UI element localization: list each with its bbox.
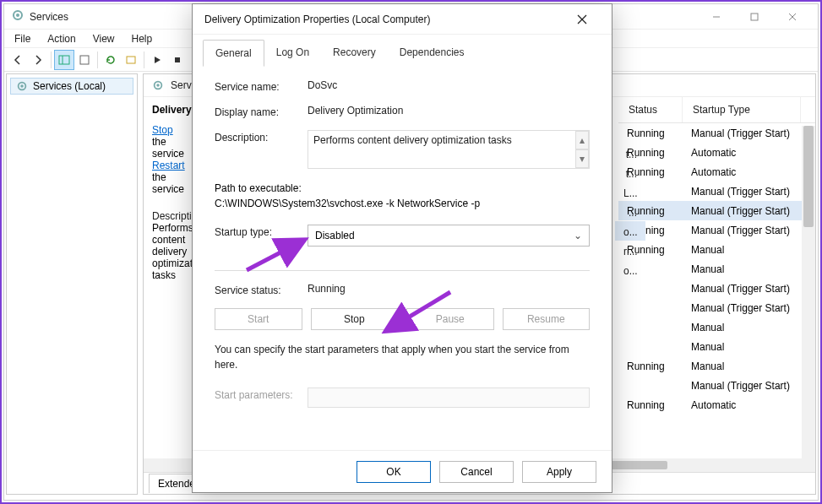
menu-file[interactable]: File xyxy=(8,31,37,46)
properties-pane-button[interactable] xyxy=(54,50,74,70)
value-service-status: Running xyxy=(308,283,590,295)
detail-restart-link[interactable]: Restart xyxy=(152,160,185,171)
label-start-params: Start parameters: xyxy=(215,387,308,401)
cell-name-tail: t... xyxy=(615,163,645,182)
value-display-name: Delivery Optimization xyxy=(308,105,590,117)
close-button[interactable] xyxy=(773,5,811,29)
cell-name-tail: ... xyxy=(615,202,645,221)
services-icon xyxy=(11,8,24,24)
table-row[interactable]: RunningManual xyxy=(618,240,815,259)
vertical-scrollbar[interactable] xyxy=(802,126,815,458)
stop-button[interactable]: Stop xyxy=(311,308,399,330)
maximize-button[interactable] xyxy=(735,5,773,29)
cell-name-tail xyxy=(615,318,645,338)
table-row[interactable]: Manual xyxy=(618,259,815,279)
stop-service-button[interactable] xyxy=(167,50,188,70)
scrollbar-thumb[interactable] xyxy=(803,126,814,227)
col-status[interactable]: Status xyxy=(618,97,683,122)
cell-startup: Manual xyxy=(683,262,801,277)
tab-recovery[interactable]: Recovery xyxy=(321,40,388,67)
menu-help[interactable]: Help xyxy=(125,31,160,46)
cell-startup: Manual xyxy=(683,359,801,374)
detail-stop-tail: the service xyxy=(152,136,184,160)
cell-name-tail: L... xyxy=(615,182,645,202)
svg-point-1 xyxy=(16,14,19,17)
startup-type-select[interactable]: Disabled ⌄ xyxy=(308,225,590,247)
tab-general[interactable]: General xyxy=(203,40,264,67)
cell-startup: Manual (Trigger Start) xyxy=(683,378,801,393)
apply-button[interactable]: Apply xyxy=(522,461,596,483)
cell-name-tail xyxy=(615,357,645,377)
col-startup[interactable]: Startup Type xyxy=(683,97,801,122)
cell-startup: Automatic xyxy=(683,165,801,180)
menu-view[interactable]: View xyxy=(86,31,122,46)
cell-startup: Manual (Trigger Start) xyxy=(683,126,801,141)
startup-type-value: Disabled xyxy=(315,230,355,241)
dialog-title: Delivery Optimization Properties (Local … xyxy=(204,14,564,25)
table-row[interactable]: Manual xyxy=(618,337,815,356)
table-row[interactable]: RunningManual (Trigger Start) xyxy=(618,220,815,240)
dialog-footer: OK Cancel Apply xyxy=(193,450,612,492)
forward-button[interactable] xyxy=(28,50,48,70)
services-grid: Status Startup Type RunningManual (Trigg… xyxy=(618,97,815,458)
desc-scroll-up[interactable]: ▴ xyxy=(575,131,589,149)
label-description: Description: xyxy=(215,130,308,144)
gear-icon xyxy=(152,79,164,91)
table-row[interactable]: Manual (Trigger Start) xyxy=(618,298,815,317)
detail-desc-text: Performs content delivery optimization t… xyxy=(152,222,184,281)
table-row[interactable]: RunningManual (Trigger Start) xyxy=(618,123,815,143)
resume-button[interactable]: Resume xyxy=(503,308,591,330)
value-path: C:\WINDOWS\System32\svchost.exe -k Netwo… xyxy=(215,196,590,211)
start-service-button[interactable] xyxy=(147,50,167,70)
table-row[interactable]: RunningAutomatic xyxy=(618,143,815,162)
menu-action[interactable]: Action xyxy=(41,31,82,46)
detail-service-name: Delivery Optimization xyxy=(152,104,184,116)
cell-name-tail xyxy=(615,279,645,299)
desc-scroll-down[interactable]: ▾ xyxy=(575,149,589,168)
table-row[interactable]: RunningAutomatic xyxy=(618,395,815,415)
table-row[interactable]: Manual (Trigger Start) xyxy=(618,182,815,201)
svg-rect-6 xyxy=(59,56,69,64)
detail-restart-tail: the service xyxy=(152,171,184,195)
label-path: Path to executable: xyxy=(215,181,590,196)
cell-startup: Manual xyxy=(683,339,801,355)
cell-startup: Manual xyxy=(683,242,801,257)
table-row[interactable]: RunningManual (Trigger Start) xyxy=(618,201,815,220)
svg-marker-10 xyxy=(155,57,161,63)
dialog-body: Service name: DoSvc Display name: Delive… xyxy=(193,68,612,450)
table-row[interactable]: RunningManual xyxy=(618,356,815,376)
tab-dependencies[interactable]: Dependencies xyxy=(388,40,476,67)
cell-name-tail: o... xyxy=(615,260,645,279)
value-service-name: DoSvc xyxy=(308,79,590,91)
label-service-status: Service status: xyxy=(215,283,308,296)
cancel-button[interactable]: Cancel xyxy=(439,461,514,483)
detail-stop-link[interactable]: Stop xyxy=(152,124,173,136)
tree-node-label: Services (Local) xyxy=(33,80,106,92)
table-row[interactable]: Manual xyxy=(618,317,815,337)
cell-startup: Manual (Trigger Start) xyxy=(683,203,801,219)
start-button[interactable]: Start xyxy=(215,308,302,330)
label-service-name: Service name: xyxy=(215,79,308,93)
cell-startup: Manual (Trigger Start) xyxy=(683,281,801,296)
export-list-button[interactable] xyxy=(121,50,141,70)
cell-startup: Automatic xyxy=(683,145,801,160)
cell-name-tail: ri... xyxy=(615,241,645,260)
tree-node-services-local[interactable]: Services (Local) xyxy=(10,78,133,95)
table-row[interactable]: Manual (Trigger Start) xyxy=(618,279,815,298)
table-row[interactable]: Manual (Trigger Start) xyxy=(618,376,815,395)
refresh-button[interactable] xyxy=(101,50,121,70)
cell-name-tail xyxy=(615,396,645,415)
cell-name-tail xyxy=(615,377,645,396)
description-box[interactable]: Performs content delivery optimization t… xyxy=(308,130,590,169)
tree-panel: Services (Local) xyxy=(6,73,138,495)
pause-button[interactable]: Pause xyxy=(406,308,494,330)
svg-point-17 xyxy=(20,84,24,88)
back-button[interactable] xyxy=(8,50,28,70)
tab-log-on[interactable]: Log On xyxy=(264,40,321,67)
minimize-button[interactable] xyxy=(697,5,735,29)
dialog-close-button[interactable] xyxy=(564,7,600,32)
ok-button[interactable]: OK xyxy=(357,461,431,483)
table-row[interactable]: RunningAutomatic xyxy=(618,162,815,182)
export-button[interactable] xyxy=(74,50,95,70)
cell-name-tail: o... xyxy=(615,221,645,241)
